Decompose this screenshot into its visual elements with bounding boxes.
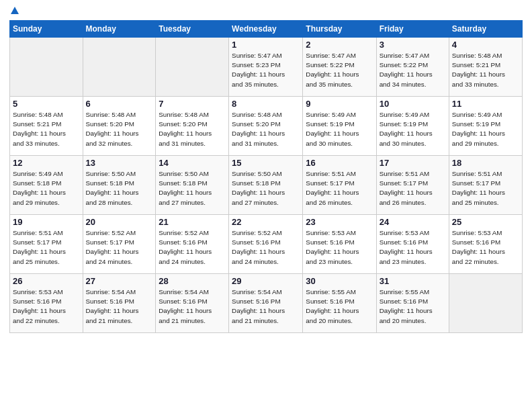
- day-number: 13: [86, 158, 153, 168]
- calendar-cell: 29Sunrise: 5:54 AMSunset: 5:16 PMDayligh…: [229, 274, 303, 333]
- day-info: Sunrise: 5:52 AMSunset: 5:16 PMDaylight:…: [232, 228, 300, 267]
- day-number: 24: [380, 217, 446, 227]
- calendar-cell: 11Sunrise: 5:49 AMSunset: 5:19 PMDayligh…: [449, 97, 522, 156]
- calendar-cell: [156, 38, 229, 97]
- calendar-cell: 14Sunrise: 5:50 AMSunset: 5:18 PMDayligh…: [156, 156, 229, 215]
- calendar-week-row: 19Sunrise: 5:51 AMSunset: 5:17 PMDayligh…: [10, 215, 523, 274]
- calendar-table: SundayMondayTuesdayWednesdayThursdayFrid…: [9, 20, 523, 333]
- weekday-header-row: SundayMondayTuesdayWednesdayThursdayFrid…: [10, 21, 523, 38]
- day-info: Sunrise: 5:51 AMSunset: 5:17 PMDaylight:…: [13, 228, 80, 267]
- day-number: 7: [159, 99, 226, 109]
- day-number: 29: [232, 276, 300, 286]
- day-info: Sunrise: 5:54 AMSunset: 5:16 PMDaylight:…: [86, 287, 153, 326]
- calendar-cell: 12Sunrise: 5:49 AMSunset: 5:18 PMDayligh…: [10, 156, 83, 215]
- calendar-week-row: 5Sunrise: 5:48 AMSunset: 5:21 PMDaylight…: [10, 97, 523, 156]
- day-info: Sunrise: 5:47 AMSunset: 5:22 PMDaylight:…: [306, 51, 373, 89]
- logo: [9, 7, 19, 15]
- calendar-cell: 10Sunrise: 5:49 AMSunset: 5:19 PMDayligh…: [376, 97, 449, 156]
- weekday-header-friday: Friday: [376, 21, 449, 38]
- calendar-cell: 28Sunrise: 5:54 AMSunset: 5:16 PMDayligh…: [156, 274, 229, 333]
- day-number: 17: [380, 158, 446, 168]
- day-info: Sunrise: 5:53 AMSunset: 5:16 PMDaylight:…: [13, 287, 80, 326]
- calendar-cell: 27Sunrise: 5:54 AMSunset: 5:16 PMDayligh…: [83, 274, 156, 333]
- weekday-header-monday: Monday: [83, 21, 156, 38]
- calendar-cell: 24Sunrise: 5:53 AMSunset: 5:16 PMDayligh…: [376, 215, 449, 274]
- calendar-week-row: 12Sunrise: 5:49 AMSunset: 5:18 PMDayligh…: [10, 156, 523, 215]
- calendar-cell: 8Sunrise: 5:48 AMSunset: 5:20 PMDaylight…: [229, 97, 303, 156]
- weekday-header-thursday: Thursday: [303, 21, 376, 38]
- day-info: Sunrise: 5:48 AMSunset: 5:20 PMDaylight:…: [159, 110, 226, 148]
- day-number: 9: [306, 99, 373, 109]
- calendar-cell: 22Sunrise: 5:52 AMSunset: 5:16 PMDayligh…: [229, 215, 303, 274]
- day-info: Sunrise: 5:50 AMSunset: 5:18 PMDaylight:…: [232, 169, 300, 208]
- day-info: Sunrise: 5:55 AMSunset: 5:16 PMDaylight:…: [306, 287, 373, 326]
- calendar-cell: 4Sunrise: 5:48 AMSunset: 5:21 PMDaylight…: [449, 38, 522, 97]
- day-number: 30: [306, 276, 373, 286]
- calendar-week-row: 1Sunrise: 5:47 AMSunset: 5:23 PMDaylight…: [10, 38, 523, 97]
- calendar-cell: 15Sunrise: 5:50 AMSunset: 5:18 PMDayligh…: [229, 156, 303, 215]
- day-info: Sunrise: 5:53 AMSunset: 5:16 PMDaylight:…: [306, 228, 373, 267]
- day-number: 26: [13, 276, 80, 286]
- day-number: 6: [86, 99, 153, 109]
- day-number: 22: [232, 217, 300, 227]
- day-info: Sunrise: 5:49 AMSunset: 5:18 PMDaylight:…: [13, 169, 80, 208]
- day-info: Sunrise: 5:49 AMSunset: 5:19 PMDaylight:…: [306, 110, 373, 148]
- day-number: 25: [452, 217, 519, 227]
- calendar-body: 1Sunrise: 5:47 AMSunset: 5:23 PMDaylight…: [10, 38, 523, 333]
- calendar-cell: 1Sunrise: 5:47 AMSunset: 5:23 PMDaylight…: [229, 38, 303, 97]
- weekday-header-saturday: Saturday: [449, 21, 522, 38]
- calendar-cell: 2Sunrise: 5:47 AMSunset: 5:22 PMDaylight…: [303, 38, 376, 97]
- day-info: Sunrise: 5:51 AMSunset: 5:17 PMDaylight:…: [380, 169, 446, 208]
- day-number: 5: [13, 99, 80, 109]
- day-number: 10: [380, 99, 446, 109]
- day-number: 15: [232, 158, 300, 168]
- calendar-cell: 25Sunrise: 5:53 AMSunset: 5:16 PMDayligh…: [449, 215, 522, 274]
- day-info: Sunrise: 5:48 AMSunset: 5:20 PMDaylight:…: [232, 110, 300, 148]
- day-number: 2: [306, 40, 373, 50]
- calendar-cell: 3Sunrise: 5:47 AMSunset: 5:22 PMDaylight…: [376, 38, 449, 97]
- calendar-cell: 9Sunrise: 5:49 AMSunset: 5:19 PMDaylight…: [303, 97, 376, 156]
- day-number: 18: [452, 158, 519, 168]
- day-info: Sunrise: 5:52 AMSunset: 5:16 PMDaylight:…: [159, 228, 226, 267]
- day-number: 21: [159, 217, 226, 227]
- calendar-cell: [83, 38, 156, 97]
- calendar-cell: [449, 274, 522, 333]
- day-number: 27: [86, 276, 153, 286]
- day-number: 1: [232, 40, 300, 50]
- calendar-cell: 31Sunrise: 5:55 AMSunset: 5:16 PMDayligh…: [376, 274, 449, 333]
- day-info: Sunrise: 5:47 AMSunset: 5:22 PMDaylight:…: [380, 51, 446, 89]
- logo-arrow-icon: [11, 7, 19, 14]
- weekday-header-tuesday: Tuesday: [156, 21, 229, 38]
- calendar-week-row: 26Sunrise: 5:53 AMSunset: 5:16 PMDayligh…: [10, 274, 523, 333]
- day-info: Sunrise: 5:54 AMSunset: 5:16 PMDaylight:…: [159, 287, 226, 326]
- day-info: Sunrise: 5:47 AMSunset: 5:23 PMDaylight:…: [232, 51, 300, 89]
- day-info: Sunrise: 5:50 AMSunset: 5:18 PMDaylight:…: [159, 169, 226, 208]
- day-info: Sunrise: 5:51 AMSunset: 5:17 PMDaylight:…: [306, 169, 373, 208]
- day-info: Sunrise: 5:52 AMSunset: 5:17 PMDaylight:…: [86, 228, 153, 267]
- day-info: Sunrise: 5:50 AMSunset: 5:18 PMDaylight:…: [86, 169, 153, 208]
- calendar-cell: [10, 38, 83, 97]
- weekday-header-sunday: Sunday: [10, 21, 83, 38]
- day-number: 11: [452, 99, 519, 109]
- day-info: Sunrise: 5:51 AMSunset: 5:17 PMDaylight:…: [452, 169, 519, 208]
- day-number: 16: [306, 158, 373, 168]
- day-info: Sunrise: 5:54 AMSunset: 5:16 PMDaylight:…: [232, 287, 300, 326]
- day-number: 19: [13, 217, 80, 227]
- day-number: 4: [452, 40, 519, 50]
- calendar-cell: 21Sunrise: 5:52 AMSunset: 5:16 PMDayligh…: [156, 215, 229, 274]
- day-number: 12: [13, 158, 80, 168]
- day-info: Sunrise: 5:49 AMSunset: 5:19 PMDaylight:…: [380, 110, 446, 148]
- day-number: 8: [232, 99, 300, 109]
- page-container: SundayMondayTuesdayWednesdayThursdayFrid…: [0, 0, 532, 338]
- day-number: 28: [159, 276, 226, 286]
- calendar-cell: 7Sunrise: 5:48 AMSunset: 5:20 PMDaylight…: [156, 97, 229, 156]
- day-info: Sunrise: 5:48 AMSunset: 5:20 PMDaylight:…: [86, 110, 153, 148]
- day-number: 3: [380, 40, 446, 50]
- calendar-cell: 5Sunrise: 5:48 AMSunset: 5:21 PMDaylight…: [10, 97, 83, 156]
- day-number: 14: [159, 158, 226, 168]
- calendar-cell: 17Sunrise: 5:51 AMSunset: 5:17 PMDayligh…: [376, 156, 449, 215]
- calendar-cell: 20Sunrise: 5:52 AMSunset: 5:17 PMDayligh…: [83, 215, 156, 274]
- day-number: 23: [306, 217, 373, 227]
- calendar-cell: 13Sunrise: 5:50 AMSunset: 5:18 PMDayligh…: [83, 156, 156, 215]
- calendar-header: SundayMondayTuesdayWednesdayThursdayFrid…: [10, 21, 523, 38]
